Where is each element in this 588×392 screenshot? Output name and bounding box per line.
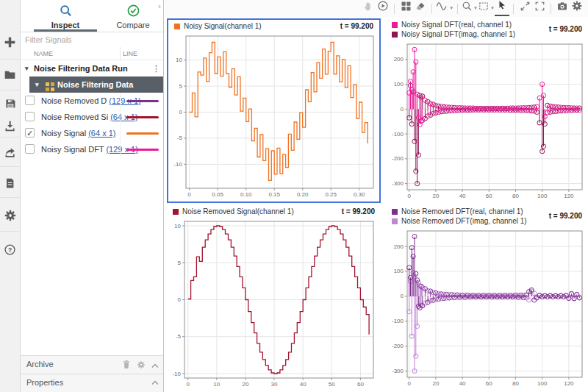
signal-checkbox[interactable]: ✓ — [25, 128, 35, 138]
svg-text:40: 40 — [459, 380, 466, 387]
tab-inspect[interactable]: Inspect — [34, 0, 97, 32]
column-name: NAME — [34, 50, 53, 57]
svg-text:0: 0 — [186, 381, 190, 388]
archive-section[interactable]: Archive — [21, 355, 163, 374]
svg-text:40: 40 — [300, 381, 306, 388]
fullscreen-button[interactable] — [532, 1, 547, 16]
create-report-button[interactable] — [0, 174, 20, 196]
noise-removed-dft-chart: 020406080100120-300-200-1000100200 — [387, 227, 587, 389]
pan-button[interactable] — [361, 1, 376, 16]
divider — [394, 4, 395, 14]
plus-icon — [4, 36, 16, 51]
plot-toolbar: ▼ ▼ ▼ — [165, 0, 588, 17]
svg-text:60: 60 — [486, 193, 492, 199]
pointer-button[interactable] — [495, 1, 509, 16]
svg-text:-10: -10 — [173, 161, 182, 168]
signal-checkbox[interactable] — [25, 112, 35, 121]
signal-line-cell[interactable] — [120, 93, 164, 109]
archive-label: Archive — [26, 360, 54, 368]
signal-row[interactable]: ✓ Noisy Signal (64 x 1) — [21, 125, 163, 141]
svg-text:20: 20 — [242, 381, 248, 388]
inspect-panel: Inspect Compare ‹ NAME LINE ▾ Noise Filt… — [21, 0, 164, 392]
signal-line-cell[interactable] — [120, 141, 164, 157]
signal-row[interactable]: Noise Removed D (129 x 1) — [21, 93, 163, 109]
signal-checkbox[interactable] — [25, 144, 35, 154]
open-session-button[interactable] — [0, 65, 20, 87]
export-button[interactable] — [0, 142, 20, 164]
cursor-time-label: t = 99.200 — [342, 207, 375, 215]
signal-line-cell[interactable] — [120, 109, 164, 125]
tab-compare[interactable]: Compare — [101, 0, 165, 32]
help-button[interactable]: ? — [0, 240, 20, 262]
legend-swatch — [392, 22, 398, 28]
expand-button[interactable] — [517, 1, 532, 16]
svg-text:100: 100 — [537, 193, 548, 199]
legend-swatch — [392, 209, 398, 215]
replay-button[interactable] — [376, 1, 390, 16]
cursor-time-label: t = 99.200 — [549, 25, 582, 33]
svg-text:40: 40 — [459, 193, 466, 199]
divider — [457, 4, 458, 14]
signal-name: Noisy Signal — [41, 129, 86, 138]
svg-text:-100: -100 — [392, 318, 404, 324]
properties-section[interactable]: Properties — [21, 374, 163, 392]
run-row[interactable]: ▾ Noise Filtering Data Run ⋮ — [21, 60, 163, 76]
signal-checkbox[interactable] — [25, 96, 35, 105]
svg-text:5: 5 — [178, 260, 182, 266]
settings-button[interactable] — [570, 1, 584, 16]
svg-text:0: 0 — [179, 109, 183, 115]
signal-line-cell[interactable] — [120, 125, 164, 141]
fit-to-view-button[interactable]: ▼ — [478, 1, 495, 16]
collapse-panel-chevron[interactable]: ‹ — [158, 1, 161, 10]
svg-text:-200: -200 — [392, 155, 404, 162]
folder-icon — [4, 68, 16, 84]
chevron-up-icon[interactable] — [151, 361, 159, 370]
signal-row[interactable]: Noisy Signal DFT (129 x 1) — [21, 141, 163, 157]
fullscreen-icon — [534, 1, 545, 15]
layout-button[interactable] — [398, 1, 413, 16]
svg-text:0.20: 0.20 — [297, 191, 309, 198]
svg-text:-300: -300 — [392, 180, 404, 187]
zoom-button[interactable]: ▼ — [462, 1, 478, 16]
signal-dims-link[interactable]: (64 x 1) — [88, 129, 115, 138]
svg-text:5: 5 — [179, 83, 183, 90]
tab-compare-label: Compare — [116, 21, 149, 29]
svg-text:-10: -10 — [172, 371, 181, 377]
plot-noise-removed-dft[interactable]: Noise Removed DFT(real, channel 1) Noise… — [386, 205, 588, 391]
expander-triangle-icon[interactable]: ▾ — [35, 76, 39, 93]
plot-noisy-dft[interactable]: Noisy Signal DFT(real, channel 1) Noisy … — [386, 18, 588, 203]
svg-text:0: 0 — [407, 193, 411, 199]
legend-entry: Noisy Signal(channel 1) — [174, 21, 262, 31]
snapshot-button[interactable] — [555, 1, 570, 16]
signal-name: Noise Removed D — [41, 96, 107, 105]
divider — [0, 137, 20, 138]
legend-entry: Noisy Signal DFT(real, channel 1) — [392, 20, 512, 29]
signal-name: Noisy Signal DFT — [41, 145, 104, 154]
clear-button[interactable] — [413, 1, 428, 16]
signal-trace-button[interactable]: ▼ — [436, 1, 453, 16]
legend-label: Noisy Signal DFT(real, channel 1) — [401, 21, 512, 29]
plot-noisy-signal[interactable]: Noisy Signal(channel 1) t = 99.200 00.05… — [167, 18, 381, 203]
filter-signals-input[interactable] — [21, 33, 163, 47]
add-run-button[interactable] — [0, 32, 20, 54]
kebab-menu-icon[interactable]: ⋮ — [152, 60, 160, 76]
cursor-time-label: t = 99.200 — [549, 212, 582, 220]
cursor-icon — [497, 0, 507, 13]
svg-text:100: 100 — [394, 81, 404, 88]
search-icon — [34, 4, 97, 19]
expander-triangle-icon[interactable]: ▾ — [25, 60, 29, 76]
svg-text:10: 10 — [176, 57, 182, 63]
save-session-button[interactable] — [0, 94, 20, 116]
preferences-button[interactable] — [0, 206, 20, 228]
gear-icon — [4, 209, 17, 225]
svg-text:0: 0 — [407, 380, 411, 387]
chevron-up-icon[interactable] — [151, 378, 159, 387]
gear-icon[interactable] — [137, 360, 146, 371]
signal-row[interactable]: Noise Removed Si (64 x 1) — [21, 109, 163, 125]
import-button[interactable] — [0, 116, 20, 138]
dataset-row[interactable]: ▾ Noise Filtering Data — [29, 76, 163, 93]
svg-text:10: 10 — [174, 223, 181, 229]
hand-icon — [363, 1, 374, 15]
trash-icon[interactable] — [122, 360, 131, 371]
plot-noise-removed-signal[interactable]: Noise Removed Signal(channel 1) t = 99.2… — [167, 205, 381, 391]
